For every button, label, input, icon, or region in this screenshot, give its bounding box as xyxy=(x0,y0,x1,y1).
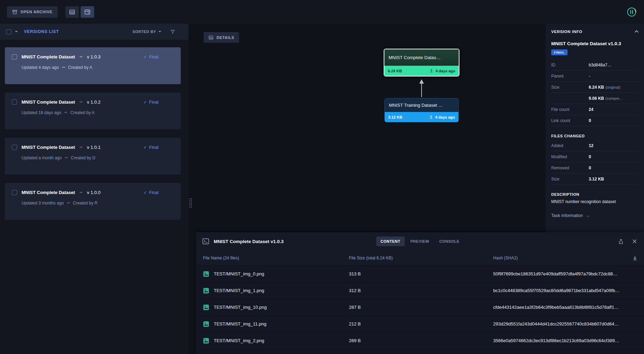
expand-panel-button[interactable] xyxy=(617,238,625,245)
node-title: MNIST Training Dataset … xyxy=(385,98,458,112)
check-icon xyxy=(143,190,147,195)
app-root: OPEN ARCHIVE xyxy=(0,0,644,354)
file-name: TEST/MNIST_img_10.png xyxy=(214,305,267,310)
info-field-value: 0 xyxy=(589,118,591,123)
file-row[interactable]: TEST/MNIST_img_11.png 212 B 293d29d551fa… xyxy=(196,316,644,332)
info-field-label: Removed xyxy=(551,166,589,170)
info-field-suffix: (compre… xyxy=(605,96,623,100)
file-name-cell: TEST/MNIST_img_10.png xyxy=(203,304,349,311)
dot-separator-icon: • xyxy=(62,65,65,70)
info-field-value: 6.24 KB xyxy=(589,85,604,90)
file-table-body: TEST/MNIST_img_0.png 313 B 50f9f7699cbe1… xyxy=(196,266,644,354)
filter-icon[interactable] xyxy=(170,29,175,34)
version-card-top: MNIST Complete Dataset • v 1.0.3 Final xyxy=(12,54,174,59)
dataset-node-parent[interactable]: MNIST Training Dataset … 3.12 KB 4 days … xyxy=(384,98,459,122)
version-status-label: Final xyxy=(149,55,158,59)
image-file-icon xyxy=(203,321,209,327)
close-icon xyxy=(632,239,637,244)
version-card-meta: Updated a month ago • Created by D xyxy=(22,155,174,160)
open-archive-label: OPEN ARCHIVE xyxy=(21,10,52,14)
select-all-checkbox[interactable] xyxy=(6,29,11,34)
version-checkbox[interactable] xyxy=(12,145,17,150)
file-hash: bc1c0c448389ca55f70529ac80dd6a9871be331a… xyxy=(493,288,628,293)
panel-resize-gutter[interactable] xyxy=(188,24,196,354)
close-panel-button[interactable] xyxy=(631,238,638,244)
workers-indicator-button[interactable] xyxy=(626,7,637,17)
info-field-label: ID xyxy=(551,63,589,67)
select-all-caret-icon[interactable] xyxy=(15,31,18,32)
version-status-badge: Final xyxy=(143,190,158,195)
table-view-button[interactable] xyxy=(65,6,79,18)
version-card[interactable]: MNIST Complete Dataset • v 1.0.1 Final U… xyxy=(5,138,181,175)
dot-separator-icon: • xyxy=(80,55,82,59)
image-file-icon xyxy=(203,288,209,294)
open-archive-button[interactable]: OPEN ARCHIVE xyxy=(7,6,58,18)
node-upload-info: 4 days ago xyxy=(429,115,455,119)
version-checkbox[interactable] xyxy=(12,99,17,105)
info-field-row: Size 3.12 KB xyxy=(551,174,638,185)
file-row[interactable]: TEST/MNIST_img_2.png 269 B 3566e0a597466… xyxy=(196,332,644,349)
version-checkbox[interactable] xyxy=(12,54,17,59)
panel-tab[interactable]: PREVIEW xyxy=(406,236,434,246)
version-name: MNIST Complete Dataset xyxy=(22,54,75,59)
content-panel-header: MNIST Complete Dataset v1.0.3 CONTENT PR… xyxy=(196,232,644,250)
dot-separator-icon: • xyxy=(64,110,67,115)
dot-separator-icon: • xyxy=(80,100,82,105)
info-field-row: File count 24 xyxy=(551,104,638,115)
info-field-row: Link count 0 xyxy=(551,115,638,126)
check-icon xyxy=(143,99,147,105)
sorted-by-label: SORTED BY xyxy=(132,30,156,34)
lineage-arrow xyxy=(417,78,426,98)
split-view-button[interactable] xyxy=(81,6,94,18)
image-file-icon xyxy=(203,304,209,311)
sorted-by-dropdown[interactable]: SORTED BY xyxy=(132,30,161,34)
split-view-icon xyxy=(84,9,90,15)
file-hash: cfde443142aee1a3f2b64c3f9beb5aaa813b8bf8… xyxy=(493,305,628,310)
version-card[interactable]: MNIST Complete Dataset • v 1.0.2 Final U… xyxy=(5,92,181,129)
pause-circle-icon xyxy=(626,7,637,17)
task-information-link[interactable]: Task information xyxy=(551,213,638,218)
info-field-row: Modified 0 xyxy=(551,151,638,162)
dot-separator-icon: • xyxy=(80,145,82,150)
file-name-cell: TEST/MNIST_img_1.png xyxy=(203,288,349,294)
download-button[interactable] xyxy=(631,255,638,262)
versions-panel: VERSIONS LIST SORTED BY MNIST Complete D… xyxy=(0,24,188,354)
node-uploaded: 4 days ago xyxy=(435,69,455,73)
version-card-top: MNIST Complete Dataset • v 1.0.2 Final xyxy=(12,99,174,105)
details-button[interactable]: DETAILS xyxy=(204,32,239,43)
version-checkbox[interactable] xyxy=(12,190,17,195)
info-field-value: 0 xyxy=(589,166,591,170)
dataset-node-selected[interactable]: MNIST Complete Datas… 6.24 KB 4 days ago xyxy=(384,49,459,77)
info-field-suffix: (original) xyxy=(605,85,620,89)
info-field-label: Added xyxy=(551,143,589,148)
info-field-row: Added 12 xyxy=(551,140,638,151)
file-row[interactable]: TEST/MNIST_img_1.png 312 B bc1c0c448389c… xyxy=(196,282,644,299)
version-created-by: Created by A xyxy=(71,110,95,115)
version-card[interactable]: MNIST Complete Dataset • v 1.0.0 Final U… xyxy=(5,183,181,220)
version-updated: Updated a month ago xyxy=(22,155,62,160)
node-size: 3.12 KB xyxy=(388,115,402,119)
version-number: v 1.0.1 xyxy=(87,145,100,150)
version-card[interactable]: MNIST Complete Dataset • v 1.0.3 Final U… xyxy=(5,47,181,84)
file-hash: 50f9f7699cbe186351d97e409daff597dfa4f97a… xyxy=(493,271,628,276)
download-icon xyxy=(632,255,638,261)
arrow-right-icon xyxy=(586,213,590,218)
file-size: 212 B xyxy=(349,321,493,327)
panel-tab[interactable]: CONSOLE xyxy=(435,236,464,246)
version-card-meta: Updated 18 days ago • Created by A xyxy=(22,110,174,115)
version-name: MNIST Complete Dataset xyxy=(22,99,75,105)
info-field-value: 12 xyxy=(589,143,593,148)
version-status-label: Final xyxy=(149,100,158,105)
dot-separator-icon: • xyxy=(80,190,82,195)
collapse-chevron-icon[interactable] xyxy=(635,30,638,34)
file-row[interactable]: TEST/MNIST_img_10.png 287 B cfde443142ae… xyxy=(196,299,644,316)
panel-tab[interactable]: CONTENT xyxy=(376,236,405,246)
file-name-cell: TEST/MNIST_img_11.png xyxy=(203,321,349,327)
file-name: TEST/MNIST_img_1.png xyxy=(214,288,264,293)
info-field-row: Size 6.24 KB (original) xyxy=(551,82,638,93)
drag-handle[interactable] xyxy=(189,198,192,208)
column-file-name: File Name (24 files) xyxy=(203,256,349,260)
file-row[interactable]: TEST/MNIST_img_0.png 313 B 50f9f7699cbe1… xyxy=(196,266,644,282)
version-name: MNIST Complete Dataset xyxy=(22,145,75,150)
version-created-by: Created by D xyxy=(71,155,96,160)
